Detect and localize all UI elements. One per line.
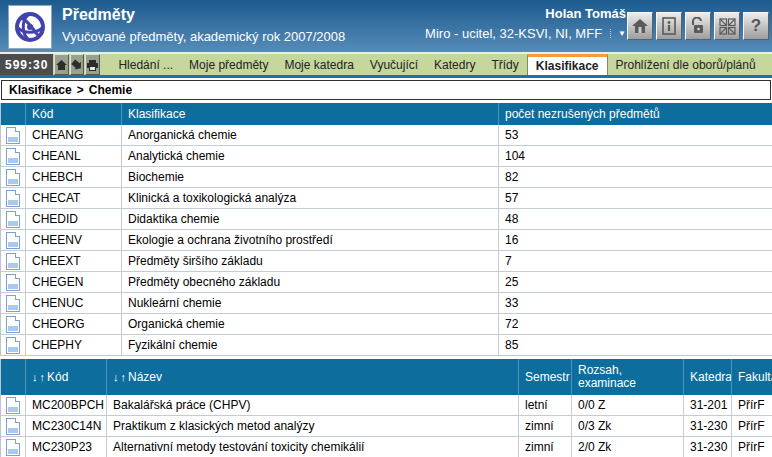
breadcrumb: Klasifikace > Chemie xyxy=(1,80,771,100)
col-header-klasifikace: Klasifikace xyxy=(121,103,498,125)
classification-table: Kód Klasifikace počet nezrušených předmě… xyxy=(0,103,772,356)
table-row: CHEORG Organická chemie 72 xyxy=(1,314,772,335)
col-header-semestr: Semestr xyxy=(518,359,571,395)
subjects-table-header: ↓ ↑ Kód ↓ ↑ Název Semestr Rozsah, examin… xyxy=(1,359,772,395)
table-row: CHEANG Anorganická chemie 53 xyxy=(1,125,772,146)
breadcrumb-root[interactable]: Klasifikace xyxy=(9,83,72,97)
tab-prohlizeni[interactable]: Prohlížení dle oborů/plánů xyxy=(608,54,764,75)
table-row: CHEGEN Předměty obecného základu 25 xyxy=(1,272,772,293)
home-icon[interactable] xyxy=(54,54,69,75)
document-icon[interactable] xyxy=(6,337,20,354)
user-role: Miro - ucitel, 32-KSVI, NI, MFF xyxy=(425,26,602,41)
user-block: Holan Tomáš Miro - ucitel, 32-KSVI, NI, … xyxy=(425,6,626,41)
tab-hledani[interactable]: Hledání ... xyxy=(110,54,181,75)
header-icon-col xyxy=(1,359,25,395)
document-icon[interactable] xyxy=(6,190,20,207)
table-row: CHEENV Ekologie a ochrana životního pros… xyxy=(1,230,772,251)
document-icon[interactable] xyxy=(6,148,20,165)
unlock-icon[interactable] xyxy=(685,12,711,40)
tab-nastaveni[interactable]: Nastavení xyxy=(764,54,772,75)
table-row: CHEEXT Předměty širšího základu 7 xyxy=(1,251,772,272)
sort-asc-icon[interactable]: ↑ xyxy=(40,371,46,383)
document-icon[interactable] xyxy=(6,418,20,435)
subjects-table: ↓ ↑ Kód ↓ ↑ Název Semestr Rozsah, examin… xyxy=(0,359,772,457)
manual-icon[interactable] xyxy=(656,12,682,40)
page-title: Předměty xyxy=(62,6,135,24)
table-row: CHECAT Klinická a toxikologická analýza … xyxy=(1,188,772,209)
col-header-nazev: ↓ ↑ Název xyxy=(106,359,518,395)
col-header-kod: Kód xyxy=(25,103,121,125)
sort-desc-icon[interactable]: ↓ xyxy=(32,371,38,383)
tab-moje-katedra[interactable]: Moje katedra xyxy=(276,54,361,75)
go-arrow-icon[interactable] xyxy=(70,54,84,75)
table-row: MC230P23 Alternativní metody testování t… xyxy=(1,437,772,457)
document-icon[interactable] xyxy=(6,211,20,228)
col-header-pocet: počet nezrušených předmětů xyxy=(498,103,772,125)
page-subtitle: Vyučované předměty, akademický rok 2007/… xyxy=(62,29,345,44)
col-header-katedra: Katedra xyxy=(683,359,731,395)
help-icon[interactable]: ? xyxy=(743,12,769,40)
language-flags-icon[interactable] xyxy=(714,12,740,40)
document-icon[interactable] xyxy=(6,439,20,456)
print-icon[interactable] xyxy=(85,54,100,75)
tab-klasifikace[interactable]: Klasifikace xyxy=(527,54,608,75)
col-header-rozsah: Rozsah, examinace xyxy=(571,359,683,395)
nav-tabs: Hledání ... Moje předměty Moje katedra V… xyxy=(110,54,772,75)
table-row: MC200BPCH Bakalářská práce (CHPV) letní … xyxy=(1,395,772,416)
breadcrumb-current: Chemie xyxy=(89,83,132,97)
sort-asc-icon[interactable]: ↑ xyxy=(121,371,127,383)
tab-vyucujici[interactable]: Vyučující xyxy=(362,54,426,75)
table-row: MC230C14N Praktikum z klasických metod a… xyxy=(1,416,772,437)
app-header: Předměty Vyučované předměty, akademický … xyxy=(0,0,772,54)
document-icon[interactable] xyxy=(6,295,20,312)
table-row: CHENUC Nukleární chemie 33 xyxy=(1,293,772,314)
knot-logo-icon xyxy=(11,8,49,46)
document-icon[interactable] xyxy=(6,274,20,291)
breadcrumb-separator: > xyxy=(77,83,84,97)
header-icon-col xyxy=(1,103,25,125)
document-icon[interactable] xyxy=(6,127,20,144)
session-timer: 599:30 xyxy=(0,54,53,75)
home-icon[interactable] xyxy=(627,12,653,40)
tab-katedry[interactable]: Katedry xyxy=(426,54,483,75)
document-icon[interactable] xyxy=(6,169,20,186)
main-navbar: 599:30 Hledání ... Moje předměty Moje ka… xyxy=(0,54,772,75)
document-icon[interactable] xyxy=(6,232,20,249)
divider-rule xyxy=(0,75,772,78)
document-icon[interactable] xyxy=(6,397,20,414)
role-dropdown-icon[interactable]: ▼ xyxy=(610,29,626,38)
classification-table-header: Kód Klasifikace počet nezrušených předmě… xyxy=(1,103,772,125)
table-row: CHEPHY Fyzikální chemie 85 xyxy=(1,335,772,356)
tab-moje-predmety[interactable]: Moje předměty xyxy=(181,54,276,75)
table-row: CHEANL Analytická chemie 104 xyxy=(1,146,772,167)
app-logo[interactable] xyxy=(8,5,52,49)
header-toolbar: ? xyxy=(627,12,769,40)
table-row: CHEDID Didaktika chemie 48 xyxy=(1,209,772,230)
document-icon[interactable] xyxy=(6,316,20,333)
col-header-fakulta: Fakulta xyxy=(731,359,772,395)
tab-tridy[interactable]: Třídy xyxy=(483,54,526,75)
table-row: CHEBCH Biochemie 82 xyxy=(1,167,772,188)
user-name: Holan Tomáš xyxy=(425,6,626,21)
sort-desc-icon[interactable]: ↓ xyxy=(113,371,119,383)
col-header-kod: ↓ ↑ Kód xyxy=(25,359,106,395)
document-icon[interactable] xyxy=(6,253,20,270)
